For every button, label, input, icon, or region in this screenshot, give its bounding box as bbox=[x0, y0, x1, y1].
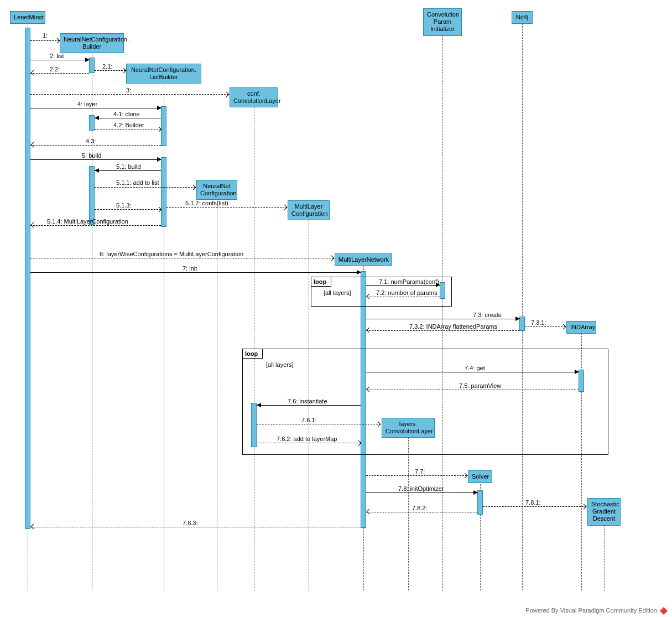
msg-7-4-line bbox=[366, 372, 579, 372]
msg-7-8-3-label: 7.8.3: bbox=[183, 520, 198, 526]
msg-6-line bbox=[30, 258, 334, 258]
msg-4-3-label: 4.3: bbox=[86, 138, 96, 144]
msg-5-1-1-label: 5.1.1: add to list bbox=[116, 179, 159, 186]
participant-convlayer: conf. ConvolutionLayer bbox=[230, 87, 278, 107]
msg-7-8-2-label: 7.8.2: bbox=[412, 505, 428, 511]
msg-7-6-2-label: 7.6.2: add to layerMap bbox=[277, 435, 337, 442]
msg-4-1-label: 4.1: clone bbox=[113, 111, 140, 117]
msg-5-1-4-label: 5.1.4: MultiLayerConfiguration bbox=[47, 218, 128, 225]
msg-4-2-line bbox=[95, 129, 161, 129]
lifeline-builder bbox=[92, 50, 92, 590]
msg-7-3-2-line bbox=[366, 330, 519, 331]
msg-7-3-1-line bbox=[525, 326, 565, 327]
msg-7-6-label: 7.6: instantiate bbox=[288, 398, 327, 405]
participant-nd4j: Nd4j bbox=[512, 11, 533, 24]
msg-5-1-label: 5.1: build bbox=[116, 163, 141, 170]
msg-7-3-2-label: 7.3.2: INDArray flattenedParams bbox=[409, 323, 497, 330]
participant-indarray: INDArray bbox=[566, 321, 596, 334]
lifeline-nd4j bbox=[522, 23, 523, 590]
msg-1-head bbox=[55, 38, 60, 44]
msg-7-3-1-head bbox=[561, 324, 566, 330]
msg-3-label: 3: bbox=[126, 87, 131, 94]
msg-5-1-head bbox=[95, 168, 99, 173]
msg-4-2-label: 4.2: Builder bbox=[113, 122, 144, 128]
msg-7-8-label: 7.8: initOptimizer bbox=[398, 485, 444, 492]
msg-4-1-line bbox=[95, 118, 161, 118]
msg-4-label: 4: layer bbox=[77, 101, 97, 107]
msg-7-5-label: 7.5: paramView bbox=[459, 382, 501, 389]
fragment-loop2-guard: [all layers] bbox=[266, 361, 294, 368]
fragment-loop1-guard: [all layers] bbox=[324, 289, 351, 296]
activation-builder-1 bbox=[89, 58, 95, 73]
msg-5-1-3-label: 5.1.3: bbox=[116, 202, 132, 209]
vp-logo-icon bbox=[660, 607, 668, 615]
msg-7-7-label: 7.7: bbox=[415, 468, 425, 475]
msg-5-1-4-head bbox=[31, 222, 37, 228]
msg-2-2-line bbox=[30, 73, 89, 74]
msg-6-head bbox=[329, 256, 335, 261]
msg-2-label: 2: list bbox=[50, 53, 64, 59]
lifeline-listbuilder bbox=[164, 79, 164, 590]
msg-7-6-1-label: 7.6.1: bbox=[301, 417, 317, 423]
msg-2-2-label: 2.2: bbox=[50, 66, 60, 72]
lifeline-layersconv bbox=[408, 432, 409, 590]
msg-4-3-head bbox=[31, 142, 37, 148]
msg-7-3-head bbox=[515, 317, 520, 321]
msg-7-4-label: 7.4: get bbox=[465, 365, 485, 371]
msg-7-7-head bbox=[462, 473, 468, 479]
msg-7-6-2-line bbox=[257, 443, 361, 443]
activation-listbuilder-2 bbox=[161, 157, 166, 227]
msg-4-head bbox=[157, 106, 162, 110]
lifeline-convlayer bbox=[254, 101, 254, 590]
msg-5-1-line bbox=[95, 170, 161, 171]
activation-lenet bbox=[25, 28, 30, 529]
msg-5-head bbox=[157, 157, 162, 162]
lifeline-cpi bbox=[442, 30, 443, 590]
msg-2-head bbox=[85, 58, 90, 62]
msg-7-2-line bbox=[366, 297, 440, 297]
lifeline-sgd bbox=[604, 520, 605, 590]
fragment-loop1-label: loop bbox=[311, 277, 331, 287]
participant-builder: NeuralNetConfiguration. Builder bbox=[60, 33, 124, 53]
msg-7-line bbox=[30, 272, 361, 273]
msg-7-8-2-head bbox=[367, 509, 372, 515]
footer-credit: Powered By Visual Paradigm Community Edi… bbox=[525, 607, 666, 614]
msg-7-3-line bbox=[366, 319, 519, 319]
msg-7-6-line bbox=[257, 405, 361, 406]
msg-5-1-2-head bbox=[282, 205, 288, 210]
msg-7-7-line bbox=[366, 475, 467, 476]
msg-5-1-2-line bbox=[166, 207, 287, 208]
participant-listbuilder: NeuralNetConfiguration. ListBuilder bbox=[126, 64, 201, 84]
msg-2-1-label: 2.1: bbox=[102, 63, 112, 70]
participant-mlnet: MultiLayerNetwork bbox=[335, 253, 392, 266]
msg-2-2-head bbox=[31, 70, 37, 76]
msg-4-1-head bbox=[95, 116, 99, 120]
msg-5-line bbox=[30, 159, 161, 160]
msg-7-6-head bbox=[257, 403, 261, 407]
activation-solver-1 bbox=[477, 490, 483, 515]
participant-nnconf: NeuralNet Configuration bbox=[196, 180, 237, 200]
msg-7-label: 7: init bbox=[183, 265, 197, 272]
msg-7-8-3-head bbox=[31, 524, 37, 530]
msg-5-label: 5: build bbox=[82, 152, 101, 159]
msg-2-line bbox=[30, 60, 89, 60]
msg-5-1-2-label: 5.1.2: confs(list) bbox=[185, 200, 228, 206]
msg-7-8-1-line bbox=[483, 506, 586, 507]
activation-listbuilder-1 bbox=[161, 106, 166, 146]
msg-7-8-3-line bbox=[30, 527, 361, 527]
msg-7-8-line bbox=[366, 492, 477, 493]
msg-5-1-4-line bbox=[30, 225, 161, 226]
participant-sgd: Stochastic Gradient Descent bbox=[587, 498, 621, 526]
msg-3-head bbox=[224, 92, 230, 97]
activation-builder-2 bbox=[89, 115, 95, 131]
msg-5-1-3-line bbox=[95, 209, 161, 210]
msg-7-4-head bbox=[575, 370, 579, 374]
msg-7-5-line bbox=[366, 390, 579, 390]
participant-lenet: LenetMinst bbox=[10, 11, 45, 24]
msg-5-1-1-line bbox=[95, 187, 195, 188]
msg-7-2-label: 7.2: number of params bbox=[376, 289, 437, 296]
msg-7-1-line bbox=[366, 285, 440, 286]
participant-solver: Solver bbox=[468, 470, 492, 483]
msg-7-3-2-head bbox=[367, 328, 372, 333]
msg-2-1-head bbox=[121, 68, 127, 74]
